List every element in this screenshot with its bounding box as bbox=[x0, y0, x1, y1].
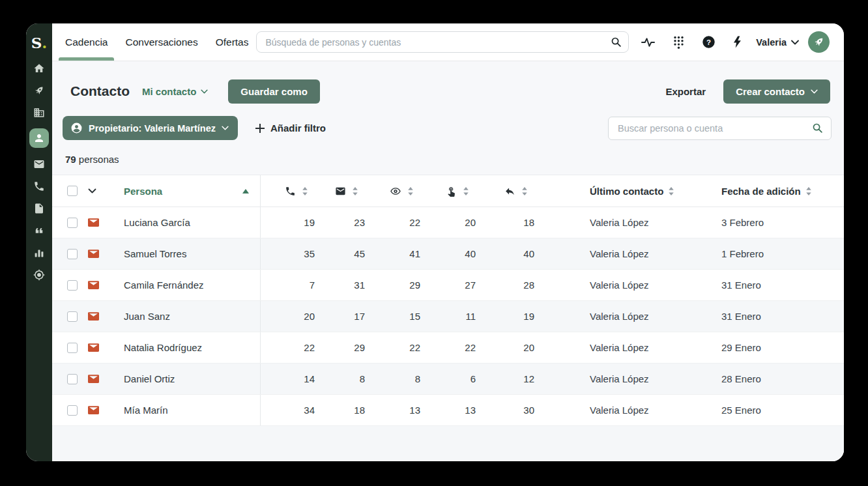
add-filter-button[interactable]: Añadir filtro bbox=[255, 122, 326, 134]
view-selector[interactable]: Mi contacto bbox=[142, 86, 208, 97]
person-name[interactable]: Juan Sanz bbox=[99, 301, 261, 332]
row-email-action[interactable] bbox=[81, 270, 99, 300]
date-added: 29 Enero bbox=[721, 332, 844, 363]
sidebar-item-email[interactable] bbox=[29, 158, 49, 170]
export-button[interactable]: Exportar bbox=[665, 86, 706, 97]
sidebar-item-snippets[interactable] bbox=[29, 224, 49, 236]
table-row[interactable]: Daniel Ortiz 14 8 8 6 12 Valeria López 2… bbox=[52, 364, 844, 395]
last-contact: Valeria López bbox=[590, 332, 721, 363]
tab-conversaciones[interactable]: Conversaciones bbox=[126, 23, 198, 61]
results-count-value: 79 bbox=[65, 154, 76, 165]
person-name[interactable]: Mía Marín bbox=[99, 395, 261, 425]
views-count: 13 bbox=[365, 395, 420, 425]
sidebar-item-people[interactable] bbox=[29, 128, 49, 148]
row-checkbox[interactable] bbox=[67, 311, 78, 322]
sort-icon bbox=[352, 186, 358, 196]
global-search[interactable] bbox=[256, 31, 629, 53]
row-email-action[interactable] bbox=[81, 395, 99, 425]
table-row[interactable]: Camila Fernández 7 31 29 27 28 Valeria L… bbox=[52, 270, 844, 301]
sort-icon bbox=[407, 186, 414, 196]
mail-icon bbox=[33, 158, 45, 170]
automation-button[interactable] bbox=[733, 36, 742, 48]
row-checkbox[interactable] bbox=[67, 374, 78, 384]
col-header-calls[interactable] bbox=[261, 175, 315, 207]
table-row[interactable]: Luciana García 19 23 22 20 18 Valeria Ló… bbox=[52, 207, 844, 238]
view-selector-label: Mi contacto bbox=[142, 86, 196, 97]
date-added: 31 Enero bbox=[721, 301, 844, 332]
search-icon[interactable] bbox=[611, 36, 622, 48]
global-search-input[interactable] bbox=[265, 37, 611, 48]
col-header-fecha-adicion[interactable]: Fecha de adición bbox=[721, 175, 844, 207]
replies-count: 40 bbox=[476, 238, 534, 269]
table-row[interactable]: Natalia Rodríguez 22 29 22 22 20 Valeria… bbox=[52, 332, 844, 364]
plus-icon bbox=[255, 124, 265, 133]
tab-cadencia[interactable]: Cadencia bbox=[65, 23, 108, 61]
select-all-checkbox[interactable] bbox=[67, 186, 78, 196]
sort-icon bbox=[521, 186, 528, 196]
views-count: 15 bbox=[365, 301, 420, 332]
col-header-replies[interactable] bbox=[476, 175, 534, 207]
row-email-action[interactable] bbox=[81, 207, 99, 238]
people-search-input[interactable] bbox=[618, 123, 812, 134]
row-checkbox[interactable] bbox=[67, 218, 78, 228]
save-as-button[interactable]: Guardar como bbox=[228, 79, 320, 104]
clicks-count: 11 bbox=[420, 301, 476, 332]
row-email-action[interactable] bbox=[81, 301, 99, 332]
app-logo[interactable]: S. bbox=[31, 29, 48, 57]
email-icon bbox=[88, 406, 99, 414]
email-icon bbox=[88, 281, 99, 289]
sidebar-item-targets[interactable] bbox=[29, 268, 49, 281]
row-email-action[interactable] bbox=[81, 332, 99, 363]
activity-button[interactable] bbox=[641, 36, 655, 48]
table-row[interactable]: Mía Marín 34 18 13 13 30 Valeria López 2… bbox=[52, 395, 844, 426]
row-email-action[interactable] bbox=[81, 364, 99, 394]
create-contact-button[interactable]: Crear contacto bbox=[723, 79, 830, 104]
eye-icon bbox=[390, 186, 401, 197]
person-name[interactable]: Camila Fernández bbox=[99, 270, 261, 300]
search-icon[interactable] bbox=[812, 122, 823, 134]
sort-icon bbox=[805, 186, 812, 196]
owner-filter-chip[interactable]: Propietario: Valeria Martínez bbox=[63, 116, 238, 140]
dialer-button[interactable] bbox=[673, 36, 684, 49]
user-menu[interactable]: Valeria bbox=[756, 37, 799, 48]
person-name[interactable]: Daniel Ortiz bbox=[99, 364, 261, 394]
people-search[interactable] bbox=[608, 117, 832, 140]
sidebar-item-accounts[interactable] bbox=[29, 106, 49, 119]
file-icon bbox=[33, 203, 45, 214]
sidebar-item-cadence[interactable] bbox=[29, 84, 49, 96]
buildings-icon bbox=[33, 107, 45, 119]
row-checkbox[interactable] bbox=[67, 405, 78, 416]
sort-icon bbox=[302, 186, 308, 196]
person-name[interactable]: Natalia Rodríguez bbox=[99, 332, 261, 363]
sidebar-item-phone[interactable] bbox=[29, 180, 49, 192]
col-header-emails[interactable] bbox=[315, 175, 365, 207]
bulk-actions-menu[interactable] bbox=[81, 175, 99, 207]
date-added: 25 Enero bbox=[721, 395, 844, 425]
sidebar-item-home[interactable] bbox=[29, 62, 49, 74]
sidebar-item-analytics[interactable] bbox=[29, 246, 49, 259]
row-email-action[interactable] bbox=[81, 238, 99, 269]
col-header-clicks[interactable] bbox=[420, 175, 476, 207]
col-header-persona[interactable]: Persona bbox=[99, 175, 261, 207]
logo-letter: S bbox=[31, 29, 42, 57]
person-icon bbox=[33, 132, 45, 144]
table-row[interactable]: Juan Sanz 20 17 15 11 19 Valeria López 3… bbox=[52, 301, 844, 332]
row-checkbox[interactable] bbox=[67, 249, 78, 259]
calls-count: 22 bbox=[261, 332, 315, 363]
row-checkbox[interactable] bbox=[67, 343, 78, 353]
table-footer-area bbox=[52, 426, 844, 461]
person-name[interactable]: Luciana García bbox=[99, 207, 261, 238]
person-name[interactable]: Samuel Torres bbox=[99, 238, 261, 269]
table-row[interactable]: Samuel Torres 35 45 41 40 40 Valeria Lóp… bbox=[52, 238, 844, 270]
row-checkbox[interactable] bbox=[67, 280, 78, 291]
clicks-count: 22 bbox=[420, 332, 476, 363]
tab-ofertas[interactable]: Ofertas bbox=[216, 23, 249, 61]
col-header-ultimo-contacto[interactable]: Último contacto bbox=[590, 175, 721, 207]
avatar[interactable] bbox=[808, 31, 830, 53]
chevron-down-icon bbox=[791, 40, 799, 45]
help-button[interactable]: ? bbox=[702, 36, 715, 48]
pulse-icon bbox=[641, 36, 655, 48]
sidebar-item-templates[interactable] bbox=[29, 202, 49, 214]
rocket-icon bbox=[33, 85, 45, 96]
col-header-views[interactable] bbox=[365, 175, 420, 207]
